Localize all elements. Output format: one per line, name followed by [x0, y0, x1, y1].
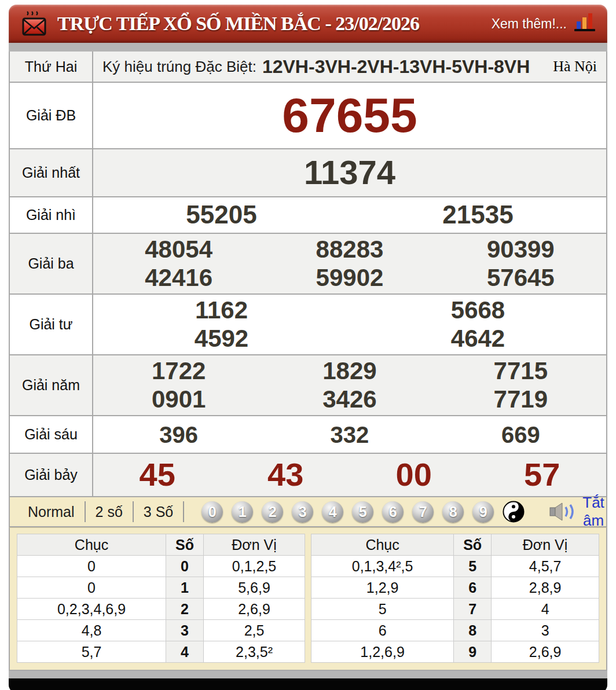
mute-label: Tắt âm [582, 494, 604, 530]
digit-summary-section: Chục Số Đơn Vị 000,1,2,5015,6,90,2,3,4,6… [9, 527, 607, 671]
prize-row-nhi: Giải nhì5520521535 [10, 196, 606, 233]
digit-ball-1[interactable]: 1 [232, 501, 253, 523]
prize-number: 1829 [264, 357, 435, 385]
prize-row-db: Giải ĐB67655 [10, 83, 606, 148]
prize-number: 11374 [93, 153, 606, 192]
prize-number: 7719 [435, 386, 606, 413]
prize-number: 90399 [435, 236, 606, 263]
speaker-icon [549, 501, 578, 522]
prize-number: 43 [222, 456, 350, 493]
prize-numbers-sau: 396332669 [93, 416, 606, 453]
prize-row-nam: Giải năm172218297715090134267719 [10, 354, 606, 415]
prize-number: 45 [93, 456, 222, 493]
prize-number: 59902 [264, 264, 435, 292]
prize-label-nhat: Giải nhất [10, 149, 93, 196]
cell-chuc: 0 [17, 556, 166, 577]
digit-table-left: Chục Số Đơn Vị 000,1,2,5015,6,90,2,3,4,6… [17, 534, 305, 663]
mode-tab-1[interactable]: Normal [18, 501, 86, 522]
prize-number: 4592 [93, 325, 350, 353]
cell-donvi: 2,6,9 [204, 599, 305, 620]
number-row: 424165990257645 [93, 264, 606, 292]
cell-donvi: 2,6,9 [492, 641, 599, 663]
digit-ball-6[interactable]: 6 [382, 501, 404, 523]
digit-ball-5[interactable]: 5 [352, 501, 373, 523]
number-row: 11374 [93, 153, 606, 192]
toolbar: Normal2 số3 Số 0123456789 Tắt âm [9, 497, 607, 527]
prize-number: 67655 [93, 90, 606, 141]
digit-ball-4[interactable]: 4 [322, 501, 343, 523]
cell-donvi: 2,3,5² [204, 641, 305, 663]
cell-donvi: 3 [492, 620, 599, 641]
digit-table-row-left: 4,832,5 [17, 620, 305, 641]
col-header-chuc: Chục [311, 534, 454, 556]
mode-tab-2[interactable]: 2 số [86, 501, 134, 522]
prize-label-sau: Giải sáu [10, 416, 93, 453]
info-row: Thứ Hai Ký hiệu trúng Đặc Biệt: 12VH-3VH… [10, 52, 606, 83]
region-label: Hà Nội [546, 58, 597, 75]
prize-numbers-nam: 172218297715090134267719 [93, 355, 606, 415]
cell-so: 1 [166, 577, 204, 599]
yin-yang-icon[interactable] [503, 501, 525, 523]
cell-so: 3 [166, 620, 204, 641]
prize-label-db: Giải ĐB [10, 83, 93, 148]
digit-ball-0[interactable]: 0 [201, 501, 223, 523]
cell-chuc: 0,2,3,4,6,9 [17, 599, 166, 620]
prize-numbers-bay: 45430057 [93, 454, 606, 496]
prize-label-tu: Giải tư [10, 295, 93, 354]
prize-number: 88283 [264, 236, 435, 263]
cell-chuc: 5,7 [17, 641, 166, 663]
digit-ball-3[interactable]: 3 [292, 501, 313, 523]
cell-so: 8 [454, 620, 492, 641]
prize-numbers-db: 67655 [93, 83, 606, 148]
digit-ball-7[interactable]: 7 [412, 501, 434, 523]
cell-chuc: 6 [311, 620, 454, 641]
page-title: TRỰC TIẾP XỔ SỐ MIỀN BẮC - 23/02/2026 [57, 13, 419, 35]
cell-chuc: 4,8 [17, 620, 166, 641]
prize-number: 7715 [435, 357, 606, 385]
cell-donvi: 2,8,9 [492, 577, 599, 599]
special-sign-label: Ký hiệu trúng Đặc Biệt: [102, 58, 256, 76]
digit-ball-9[interactable]: 9 [472, 501, 494, 523]
cell-donvi: 5,6,9 [204, 577, 305, 599]
footer-bar [9, 678, 607, 690]
cell-donvi: 0,1,2,5 [204, 556, 305, 577]
mute-button[interactable]: Tắt âm [549, 494, 604, 530]
lottery-widget: TRỰC TIẾP XỔ SỐ MIỀN BẮC - 23/02/2026 Xe… [9, 5, 607, 690]
cell-chuc: 1,2,9 [311, 577, 454, 599]
prize-number: 21535 [350, 200, 606, 230]
prize-numbers-tu: 1162566845924642 [93, 295, 606, 354]
prize-row-tu: Giải tư1162566845924642 [10, 293, 606, 354]
cell-so: 4 [166, 641, 204, 663]
see-more-link[interactable]: Xem thêm!... [492, 16, 567, 32]
prize-number: 0901 [93, 386, 264, 413]
prize-number: 3426 [264, 386, 435, 413]
cell-so: 9 [454, 641, 492, 663]
digit-table-header-row: Chục Số Đơn Vị [311, 534, 599, 556]
bar-chart-icon[interactable] [574, 12, 596, 32]
special-sign-value: 12VH-3VH-2VH-13VH-5VH-8VH [262, 56, 530, 78]
prize-label-bay: Giải bảy [10, 454, 93, 496]
digit-table-right: Chục Số Đơn Vị 0,1,3,4²,554,5,71,2,962,8… [311, 534, 599, 663]
digit-ball-8[interactable]: 8 [442, 501, 464, 523]
prize-number: 332 [264, 421, 435, 448]
prize-number: 1162 [93, 296, 350, 324]
prize-label-nam: Giải năm [10, 355, 93, 415]
prize-number: 1722 [93, 357, 264, 385]
mode-switcher: Normal2 số3 Số [18, 501, 184, 522]
header-divider [9, 43, 607, 52]
cell-so: 7 [454, 599, 492, 620]
prize-label-ba: Giải ba [10, 234, 93, 293]
mode-tab-3[interactable]: 3 Số [134, 501, 184, 522]
prizes-list: Giải ĐB67655Giải nhất11374Giải nhì552052… [10, 83, 606, 496]
prize-numbers-nhi: 5520521535 [93, 197, 606, 233]
cell-so: 5 [454, 556, 492, 577]
col-header-so: Số [454, 534, 492, 556]
footer-divider [9, 671, 607, 678]
digit-ball-2[interactable]: 2 [262, 501, 283, 523]
number-row: 45924642 [93, 325, 606, 353]
number-row: 480548828390399 [93, 236, 606, 263]
cell-donvi: 4 [492, 599, 599, 620]
prize-number: 4642 [350, 325, 606, 353]
prize-numbers-nhat: 11374 [93, 149, 606, 196]
prize-row-nhat: Giải nhất11374 [10, 148, 606, 196]
